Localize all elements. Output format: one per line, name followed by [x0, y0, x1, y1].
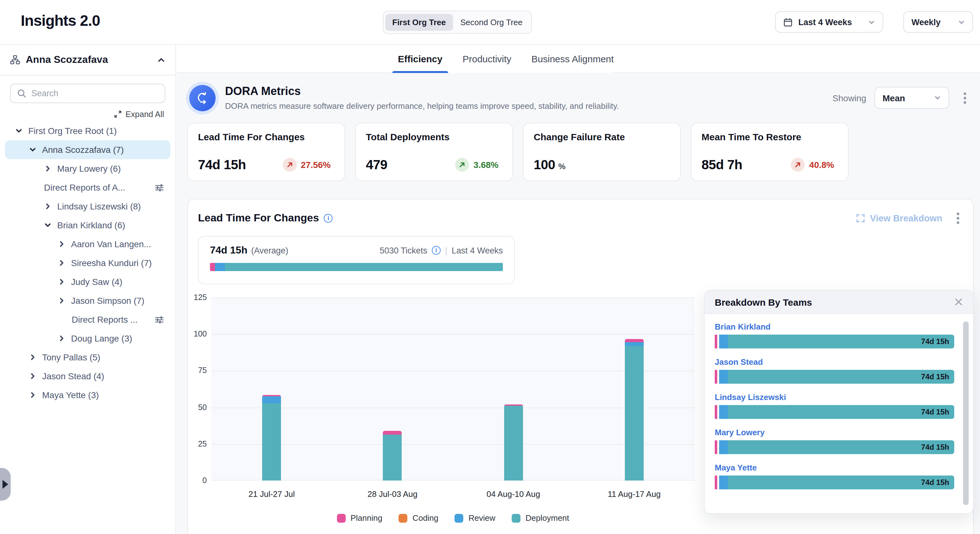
chevron-right-icon[interactable] [29, 391, 37, 399]
scrollbar-thumb[interactable] [963, 321, 969, 505]
stacked-bar[interactable] [383, 431, 402, 481]
info-icon[interactable]: i [324, 214, 333, 223]
org-tree-option[interactable]: First Org Tree [385, 14, 453, 31]
bar-segment-planning [715, 440, 717, 454]
team-stacked-bar: 74d 15h [715, 405, 954, 419]
arrow-up-right-icon [791, 158, 805, 172]
metric-card: Total Deployments4793.68% [355, 123, 513, 181]
dora-menu-kebab-icon[interactable] [960, 89, 970, 106]
gridline [211, 334, 695, 335]
search-input[interactable] [32, 89, 158, 98]
info-icon[interactable]: i [432, 246, 441, 255]
granularity-select[interactable]: Weekly [903, 11, 973, 33]
showing-select[interactable]: Mean [874, 87, 949, 109]
team-stacked-bar: 74d 15h [715, 440, 954, 454]
tabs: EfficiencyProductivityBusiness Alignment [398, 45, 614, 73]
tree-item[interactable]: Direct Reports ... [5, 310, 170, 329]
bar-segment-deployment: 74d 15h [728, 475, 954, 489]
expand-all-button[interactable]: Expand All [0, 110, 164, 119]
bar-segment-review [625, 342, 644, 346]
tree-item[interactable]: Anna Scozzafava (7) [5, 140, 170, 159]
view-breakdown-button[interactable]: View Breakdown [856, 213, 942, 223]
stacked-bar[interactable] [625, 340, 644, 481]
tree-item[interactable]: Sireesha Kunduri (7) [5, 253, 170, 273]
sidebar-expand-handle[interactable] [0, 468, 11, 501]
team-row: Brian Kirkland74d 15h [715, 322, 954, 349]
stacked-bar[interactable] [262, 395, 281, 481]
calendar-icon [783, 17, 793, 27]
dora-text: DORA Metrics DORA metrics measure softwa… [225, 85, 619, 111]
date-range-select[interactable]: Last 4 Weeks [775, 11, 883, 33]
y-tick-label: 50 [188, 403, 207, 412]
chevron-right-icon[interactable] [44, 202, 51, 210]
summary-segment-planning [210, 263, 215, 271]
chevron-down-icon[interactable] [15, 127, 22, 135]
sidebar-header: Anna Scozzafava [0, 45, 175, 75]
tree-item[interactable]: First Org Tree Root (1) [5, 121, 170, 140]
team-name-link[interactable]: Jason Stead [715, 357, 954, 367]
tree-item[interactable]: Jason Stead (4) [5, 367, 170, 386]
y-tick-label: 25 [188, 440, 207, 448]
chevron-right-icon[interactable] [29, 354, 37, 361]
chevron-down-icon[interactable] [44, 222, 51, 229]
metric-card-title: Lead Time For Changes [198, 131, 334, 142]
x-tick-label: 28 Jul-03 Aug [348, 489, 437, 499]
chevron-right-icon[interactable] [29, 372, 37, 380]
tree-item-label: Aaron Van Langen... [71, 239, 151, 249]
metric-card-title: Mean Time To Restore [702, 131, 838, 142]
chevron-right-icon[interactable] [58, 335, 65, 342]
chevron-right-icon[interactable] [58, 297, 65, 304]
chevron-right-icon[interactable] [58, 240, 65, 248]
chevron-right-icon[interactable] [44, 165, 51, 172]
tree-item[interactable]: Mary Lowery (6) [5, 159, 170, 178]
average-value: 74d 15h [210, 245, 247, 256]
tree-item[interactable]: Judy Saw (4) [5, 273, 170, 291]
tree-item-label: Direct Reports ... [72, 314, 138, 325]
breakdown-panel-header: Breakdown By Teams [705, 290, 973, 314]
team-name-link[interactable]: Mary Lowery [715, 428, 954, 437]
trend-badge: 40.8% [791, 158, 834, 172]
tree-item[interactable]: Brian Kirkland (6) [5, 216, 170, 234]
bar-segment-deployment [383, 434, 402, 481]
org-tree-option[interactable]: Second Org Tree [453, 14, 530, 31]
tab-efficiency[interactable]: Efficiency [398, 45, 442, 73]
top-bar: Insights 2.0 First Org TreeSecond Org Tr… [0, 0, 980, 45]
team-name-link[interactable]: Maya Yette [715, 463, 954, 472]
tree-item-label: Judy Saw (4) [71, 277, 122, 287]
chevron-right-icon[interactable] [58, 278, 65, 285]
tree-item[interactable]: Aaron Van Langen... [5, 234, 170, 253]
tree-item-label: Brian Kirkland (6) [57, 220, 125, 230]
tree-item[interactable]: Jason Simpson (7) [5, 291, 170, 310]
tree-item[interactable]: Doug Lange (3) [5, 329, 170, 348]
tab-business-alignment[interactable]: Business Alignment [531, 45, 614, 73]
dora-title: DORA Metrics [225, 85, 619, 98]
bar-segment-review [719, 405, 728, 419]
filter-sliders-icon[interactable] [154, 315, 164, 324]
metric-card: Lead Time For Changes74d 15h27.56% [187, 123, 345, 181]
stacked-bar[interactable] [504, 405, 523, 481]
tab-productivity[interactable]: Productivity [463, 45, 511, 73]
bar-segment-deployment [504, 406, 523, 481]
metric-card-unit: % [558, 161, 565, 171]
team-name-link[interactable]: Brian Kirkland [715, 322, 954, 332]
tree-item[interactable]: Lindsay Liszewski (8) [5, 197, 170, 216]
team-name-link[interactable]: Lindsay Liszewski [715, 392, 954, 402]
chevron-right-icon[interactable] [58, 259, 65, 267]
expand-corners-icon [856, 214, 865, 223]
tree-item[interactable]: Tony Pallas (5) [5, 348, 170, 367]
chevron-down-icon[interactable] [29, 146, 37, 153]
bar-segment-review [719, 370, 728, 384]
team-stacked-bar: 74d 15h [715, 335, 954, 349]
tree-item[interactable]: Maya Yette (3) [5, 386, 170, 405]
x-tick-label: 21 Jul-27 Jul [228, 489, 315, 499]
chevron-down-icon [934, 94, 941, 101]
x-tick-label: 11 Aug-17 Aug [590, 489, 678, 499]
filter-sliders-icon[interactable] [154, 183, 164, 192]
chart-menu-kebab-icon[interactable] [953, 210, 963, 226]
team-stacked-bar: 74d 15h [715, 370, 954, 384]
y-tick-label: 0 [188, 476, 207, 485]
close-icon[interactable] [954, 298, 963, 306]
collapse-sidebar-icon[interactable] [157, 56, 165, 64]
tree-item[interactable]: Direct Reports of A... [5, 178, 170, 197]
x-tick-label: 04 Aug-10 Aug [469, 489, 557, 499]
